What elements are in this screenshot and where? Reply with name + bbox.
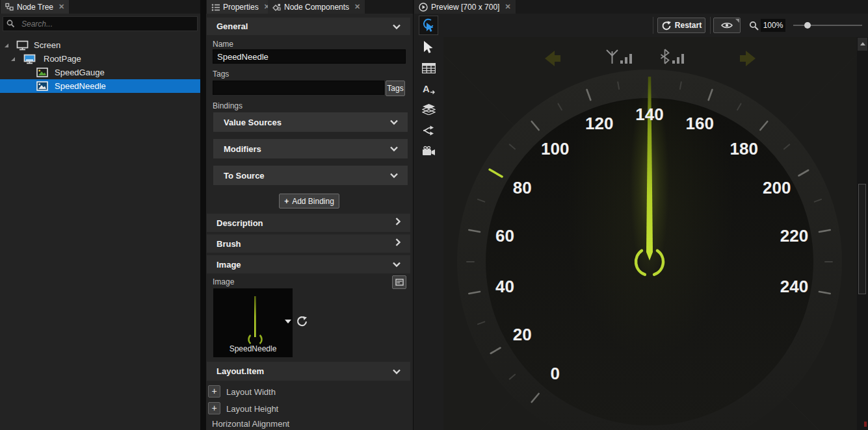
preview-vscrollbar[interactable] [857,37,868,430]
section-image[interactable]: Image [207,255,410,273]
select-tool-icon[interactable] [423,41,434,55]
image-label: Image [213,277,234,286]
toolbar-separator [710,17,711,34]
zoom-slider[interactable] [793,25,862,26]
status-bar-icons [545,49,756,66]
section-layout-item[interactable]: Layout.Item [207,362,410,381]
bindings-label: Bindings [213,101,243,110]
layers-tool-icon[interactable] [422,104,436,115]
camera-tool-icon[interactable] [422,146,436,156]
properties-panel: Properties ✕ Node Components ✕ General N… [206,0,413,430]
tab-node-components[interactable]: Node Components ✕ [268,0,365,14]
tree-item-label: SpeedGauge [55,68,105,77]
tree-item-rootpage[interactable]: RootPage [0,52,200,66]
text-tool-icon[interactable]: A [423,82,436,95]
tree-item-screen[interactable]: Screen [0,38,200,52]
tree-item-label: RootPage [44,54,81,64]
svg-text:140: 140 [635,105,663,124]
svg-text:60: 60 [495,226,514,246]
grid-tool-icon[interactable] [422,63,436,73]
eye-icon [721,21,733,29]
scroll-thumb[interactable] [858,184,866,294]
zoom-icon [749,21,759,31]
visibility-button[interactable] [713,18,741,33]
state-tool-icon[interactable] [423,125,435,136]
left-turn-indicator-icon [545,51,560,66]
tab-properties[interactable]: Properties ✕ [207,0,274,14]
screen-icon [16,40,29,51]
image-thumbnail-caption: SpeedNeedle [213,344,293,353]
image-icon [36,68,48,77]
name-field[interactable] [213,49,406,64]
image-revert-icon[interactable] [296,316,308,327]
plus-icon: + [284,197,289,206]
speed-gauge: 020406080100120140160180200220240 [443,37,857,430]
add-binding-button[interactable]: +Add Binding [279,194,339,209]
tab-node-tree[interactable]: Node Tree ✕ [1,0,69,14]
tab-node-components-label: Node Components [284,3,349,12]
properties-icon [211,3,220,11]
tab-preview[interactable]: Preview [700 x 700] ✕ [414,0,516,14]
expand-icon[interactable] [11,57,15,61]
layout-height-label: Layout Height [226,404,278,414]
tags-button[interactable]: Tags [386,81,405,96]
tab-node-tree-close-icon[interactable]: ✕ [59,3,64,11]
dropdown-corner-icon [735,19,739,23]
node-tree-content: Screen RootPage SpeedGauge SpeedNeedle [0,14,200,430]
svg-text:160: 160 [686,114,714,133]
tags-label: Tags [213,70,229,79]
node-tree-icon [5,3,14,11]
node-tree-tabbar: Node Tree ✕ [0,0,200,14]
interaction-tool-button[interactable] [419,16,438,35]
restart-button[interactable]: Restart [657,18,705,33]
image-dropdown-caret[interactable] [284,319,292,324]
play-icon [419,3,428,12]
chevron-down-icon [392,21,401,32]
svg-text:0: 0 [550,364,559,383]
chevron-right-icon [395,238,401,249]
chevron-down-icon [389,143,399,155]
binding-group-modifiers[interactable]: Modifiers [213,139,408,158]
section-description[interactable]: Description [207,214,410,232]
zoom-slider-handle[interactable] [804,22,811,29]
chevron-right-icon [395,217,401,229]
bluetooth-signal-bars [672,54,684,64]
zoom-value-box[interactable]: 100% [761,19,785,32]
properties-tabbar: Properties ✕ Node Components ✕ [206,0,413,14]
svg-text:A: A [423,83,430,94]
svg-text:20: 20 [513,325,532,344]
expand-icon[interactable] [5,44,8,47]
image-thumbnail[interactable]: SpeedNeedle [213,288,293,357]
add-layout-height-button[interactable]: + [208,402,220,414]
form-icon [395,279,404,286]
tree-item-speedneedle[interactable]: SpeedNeedle [0,79,200,93]
section-brush[interactable]: Brush [207,234,410,253]
right-turn-indicator-icon [740,51,756,66]
node-components-icon [272,3,281,11]
tags-field[interactable] [213,81,384,95]
search-box[interactable] [3,16,198,31]
preview-tool-strip: A [414,37,443,430]
scroll-up-arrow-icon [860,42,865,45]
section-general[interactable]: General [207,18,410,35]
tab-preview-close-icon[interactable]: ✕ [505,3,510,11]
tree-item-label: Screen [34,40,60,50]
tab-node-components-close-icon[interactable]: ✕ [354,3,360,11]
add-layout-width-button[interactable]: + [208,385,220,398]
binding-group-value-sources[interactable]: Value Sources [213,112,408,132]
svg-text:240: 240 [780,277,808,296]
layout-width-label: Layout Width [226,387,276,397]
tree-item-speedgauge[interactable]: SpeedGauge [0,66,200,79]
binding-group-to-source[interactable]: To Source [213,166,408,185]
svg-text:80: 80 [513,178,532,197]
properties-content: General Name Tags Tags Bindings Value So… [206,14,413,430]
notification-mark [864,422,867,427]
kanzi-studio-window: Node Tree ✕ Screen RootPage Spee [0,0,868,430]
search-input[interactable] [18,19,194,29]
svg-text:200: 200 [763,178,791,197]
preview-viewport[interactable]: 020406080100120140160180200220240 [443,37,857,430]
tree-item-label: SpeedNeedle [55,81,106,91]
scroll-up-button[interactable] [858,38,867,51]
image-options-button[interactable] [392,275,406,289]
svg-text:40: 40 [495,277,514,296]
